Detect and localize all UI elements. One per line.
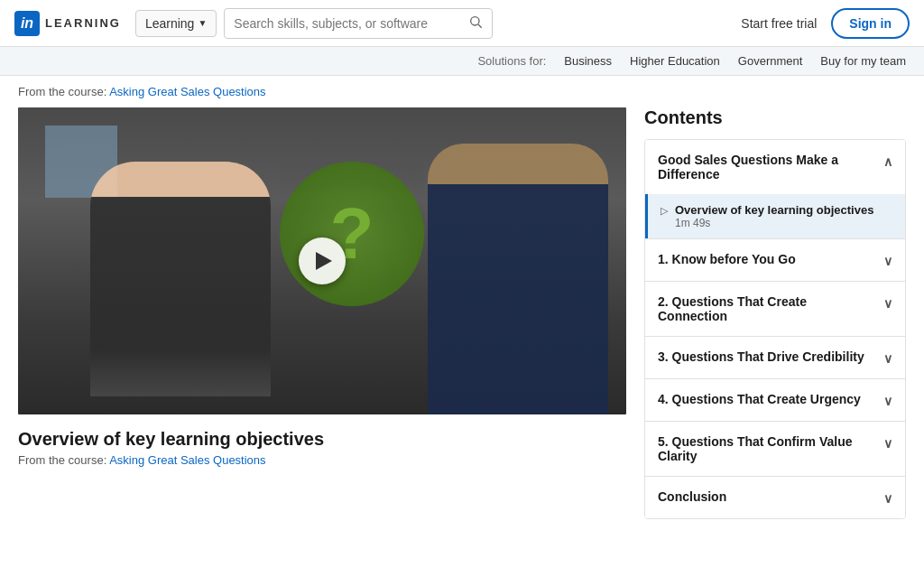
learning-nav-dropdown[interactable]: Learning ▼ [135,10,217,37]
sub-nav: Solutions for: Business Higher Education… [0,47,924,76]
contents-section-conclusion: Conclusion ∨ [645,477,905,518]
search-button[interactable] [468,14,483,33]
contents-section-ch2-label: 2. Questions That Create Connection [658,294,876,323]
contents-section-ch5-label: 5. Questions That Confirm Value Clarity [658,434,876,463]
sign-in-button[interactable]: Sign in [831,8,910,39]
video-player[interactable]: ? [18,107,626,414]
left-panel: ? Overview of key learning objectives Fr… [18,107,626,551]
contents-title: Contents [644,107,906,128]
play-button[interactable] [299,237,346,284]
learning-brand-text: LEARNING [45,16,121,30]
play-sub-icon: ▷ [661,205,668,217]
chevron-down-icon-ch2: ∨ [883,296,892,311]
sub-nav-buy-for-team[interactable]: Buy for my team [820,54,906,68]
search-bar [224,8,493,39]
contents-section-ch2-header[interactable]: 2. Questions That Create Connection ∨ [645,282,905,336]
sub-nav-business[interactable]: Business [564,54,612,68]
chevron-up-icon: ∧ [883,154,892,169]
contents-section-ch1-label: 1. Know before You Go [658,252,796,266]
svg-point-0 [470,16,478,24]
header: in LEARNING Learning ▼ Start free trial … [0,0,924,47]
breadcrumb: From the course: Asking Great Sales Ques… [0,76,924,107]
contents-section-ch3-header[interactable]: 3. Questions That Drive Credibility ∨ [645,337,905,378]
contents-sub-item-overview[interactable]: ▷ Overview of key learning objectives 1m… [645,194,905,238]
contents-section-ch2: 2. Questions That Create Connection ∨ [645,282,905,337]
contents-section-intro-header[interactable]: Good Sales Questions Make a Difference ∧ [645,140,905,194]
linkedin-logo-icon: in [14,11,40,36]
chevron-down-icon-ch4: ∨ [883,394,892,408]
video-course-link[interactable]: Asking Great Sales Questions [109,453,265,467]
solutions-label: Solutions for: [477,54,546,68]
sub-item-title: Overview of key learning objectives [675,203,892,217]
svg-line-1 [478,24,482,28]
play-icon [316,252,332,270]
contents-section-conclusion-label: Conclusion [658,489,726,504]
video-background: ? [18,107,626,414]
contents-section-ch3-label: 3. Questions That Drive Credibility [658,349,864,364]
chevron-down-icon-ch5: ∨ [883,436,892,451]
main-layout: ? Overview of key learning objectives Fr… [0,107,924,569]
logo-area: in LEARNING [14,11,121,36]
contents-section-ch1-header[interactable]: 1. Know before You Go ∨ [645,239,905,281]
video-info: Overview of key learning objectives From… [18,414,626,467]
scene-person-right [428,144,608,414]
sub-nav-higher-education[interactable]: Higher Education [630,54,720,68]
contents-section-ch5-header[interactable]: 5. Questions That Confirm Value Clarity … [645,422,905,476]
nav-dropdown-label: Learning [145,16,195,31]
search-icon [468,14,483,29]
scene-person-left [90,162,271,396]
start-free-trial-link[interactable]: Start free trial [741,16,817,31]
contents-section-ch4: 4. Questions That Create Urgency ∨ [645,379,905,422]
sub-item-text: Overview of key learning objectives 1m 4… [675,203,892,229]
video-subtitle: From the course: Asking Great Sales Ques… [18,453,626,467]
sub-item-duration: 1m 49s [675,217,892,229]
right-panel: Contents Good Sales Questions Make a Dif… [644,107,906,551]
contents-section-intro-label: Good Sales Questions Make a Difference [658,153,876,181]
chevron-down-icon-ch3: ∨ [883,351,892,366]
chevron-down-icon-ch1: ∨ [883,254,892,268]
video-title: Overview of key learning objectives [18,429,626,450]
search-input[interactable] [234,16,468,31]
contents-section-ch4-label: 4. Questions That Create Urgency [658,392,861,406]
video-subtitle-prefix: From the course: [18,453,109,467]
contents-list: Good Sales Questions Make a Difference ∧… [644,139,906,519]
contents-section-ch3: 3. Questions That Drive Credibility ∨ [645,337,905,379]
contents-section-intro: Good Sales Questions Make a Difference ∧… [645,140,905,239]
contents-section-conclusion-header[interactable]: Conclusion ∨ [645,477,905,518]
sub-nav-government[interactable]: Government [738,54,803,68]
chevron-down-icon: ▼ [198,18,207,28]
contents-section-ch4-header[interactable]: 4. Questions That Create Urgency ∨ [645,379,905,421]
contents-section-ch1: 1. Know before You Go ∨ [645,239,905,282]
breadcrumb-course-link[interactable]: Asking Great Sales Questions [109,85,265,98]
breadcrumb-prefix: From the course: [18,85,109,98]
question-mark-graphic: ? [280,162,424,306]
chevron-down-icon-conclusion: ∨ [883,491,892,506]
contents-section-ch5: 5. Questions That Confirm Value Clarity … [645,422,905,477]
